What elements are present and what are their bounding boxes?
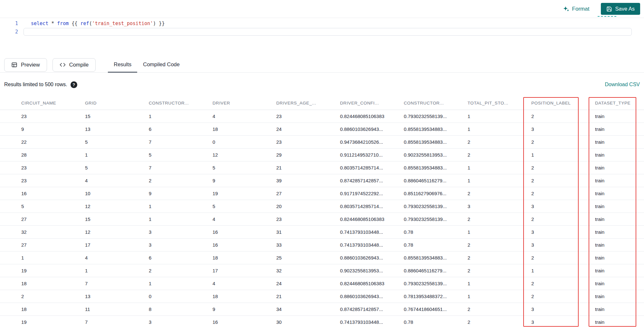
compile-label: Compile <box>69 62 89 68</box>
table-cell: 2 <box>531 251 595 264</box>
table-cell: train <box>595 149 644 161</box>
sql-operator: * <box>48 21 57 26</box>
table-row: 18714240.8244680851063830.7930232558139.… <box>0 277 644 290</box>
table-cell: 9 <box>21 123 85 135</box>
table-cell: 23 <box>276 136 340 148</box>
column-header: TOTAL_PIT_STO... <box>468 96 531 110</box>
table-cell: 7 <box>149 161 213 174</box>
editor-line-1[interactable]: 1 select * from {{ ref('train_test_posit… <box>0 19 644 28</box>
table-cell: 1 <box>21 251 85 264</box>
table-cell: 16 <box>213 316 276 328</box>
table-cell: 5 <box>149 149 213 161</box>
table-cell: 19 <box>21 316 85 328</box>
table-cell: 3 <box>149 316 213 328</box>
table-cell: 0.7413793103448... <box>340 226 404 238</box>
table-cell: 0.8511627906976... <box>404 187 468 200</box>
column-header: DRIVER_CONFI... <box>340 96 404 110</box>
format-button[interactable]: Format <box>563 6 590 12</box>
column-header: POSITION_LABEL <box>531 96 595 110</box>
table-cell: 4 <box>213 277 276 290</box>
table-cell: 32 <box>21 226 85 238</box>
table-cell: 1 <box>149 277 213 290</box>
table-cell: 2 <box>531 290 595 303</box>
table-cell: 23 <box>276 110 340 123</box>
table-cell: 2 <box>149 264 213 277</box>
table-cell: 18 <box>213 290 276 303</box>
table-cell: 1 <box>85 149 149 161</box>
table-cell: train <box>595 226 644 238</box>
table-cell: 0.9473684210526... <box>340 136 404 148</box>
column-header: GRID <box>85 96 149 110</box>
table-cell: 1 <box>468 161 531 174</box>
tab-compiled-code[interactable]: Compiled Code <box>137 57 185 73</box>
table-cell: 9 <box>213 174 276 187</box>
sql-keyword: from <box>57 21 69 26</box>
cursor-line-box[interactable] <box>24 28 632 36</box>
table-cell: 9 <box>149 187 213 200</box>
table-cell: 1 <box>531 264 595 277</box>
table-cell: train <box>595 251 644 264</box>
column-header: CONSTRUCTOR... <box>149 96 213 110</box>
table-cell: train <box>595 200 644 213</box>
compile-button[interactable]: Compile <box>52 58 96 72</box>
preview-button[interactable]: Preview <box>4 58 47 72</box>
table-cell: 0 <box>213 136 276 148</box>
table-cell: 1 <box>468 290 531 303</box>
table-cell: 2 <box>21 290 85 303</box>
table-cell: 1 <box>468 123 531 135</box>
table-cell: 2 <box>468 303 531 315</box>
help-icon[interactable]: ? <box>71 81 77 88</box>
line-number: 2 <box>5 29 18 35</box>
sql-code-line: select * from {{ ref('train_test_positio… <box>31 21 165 26</box>
table-cell: train <box>595 110 644 123</box>
table-cell: 0.8558139534883... <box>404 123 468 135</box>
table-cell: 2 <box>531 187 595 200</box>
action-bar: Preview Compile Results Compiled Code <box>0 57 644 73</box>
table-cell: 2 <box>468 251 531 264</box>
table-cell: 0.8860465116279... <box>404 174 468 187</box>
table-cell: 0.8860103626943... <box>340 123 404 135</box>
table-cell: 2 <box>531 213 595 225</box>
table-cell: 2 <box>531 277 595 290</box>
table-cell: 21 <box>276 161 340 174</box>
table-cell: 5 <box>213 200 276 213</box>
table-cell: 1 <box>468 110 531 123</box>
paren: ) <box>153 21 156 26</box>
table-cell: 5 <box>21 200 85 213</box>
table-row: 3212316310.7413793103448...0.7813train <box>0 226 644 239</box>
table-cell: 24 <box>276 123 340 135</box>
table-cell: 0.8860103626943... <box>340 251 404 264</box>
table-cell: 0.8035714285714... <box>340 200 404 213</box>
table-cell: train <box>595 290 644 303</box>
table-cell: 1 <box>468 226 531 238</box>
table-cell: 18 <box>21 277 85 290</box>
editor-line-2[interactable]: 2 <box>0 28 644 36</box>
row-limit-text: Results limited to 500 rows. <box>4 82 67 87</box>
table-cell: train <box>595 316 644 328</box>
table-row: 22570230.9473684210526...0.8558139534883… <box>0 136 644 149</box>
table-cell: 6 <box>149 251 213 264</box>
table-row: 1610919270.9171974522292...0.85116279069… <box>0 187 644 200</box>
sql-editor[interactable]: 1 select * from {{ ref('train_test_posit… <box>0 18 644 57</box>
table-cell: 16 <box>213 226 276 238</box>
table-cell: 0.824468085106383 <box>340 110 404 123</box>
table-cell: 0.7930232558139... <box>404 110 468 123</box>
table-cell: 12 <box>85 226 149 238</box>
table-body: 231514230.8244680851063830.7930232558139… <box>0 110 644 328</box>
table-cell: 27 <box>276 187 340 200</box>
table-cell: 2 <box>468 213 531 225</box>
table-cell: 22 <box>21 136 85 148</box>
table-cell: 0.7813953488372... <box>404 290 468 303</box>
line-number: 1 <box>5 21 18 26</box>
table-cell: 5 <box>85 161 149 174</box>
download-csv-link[interactable]: Download CSV <box>605 82 640 87</box>
table-cell: 1 <box>149 213 213 225</box>
save-as-button[interactable]: Save As <box>601 3 640 15</box>
table-cell: 0.9112149532710... <box>340 149 404 161</box>
results-tabs: Results Compiled Code <box>108 57 185 72</box>
table-cell: 30 <box>276 316 340 328</box>
tab-results[interactable]: Results <box>108 57 137 73</box>
table-cell: 0.8558139534883... <box>404 251 468 264</box>
table-cell: 0.8558139534883... <box>404 161 468 174</box>
table-cell: 13 <box>85 290 149 303</box>
